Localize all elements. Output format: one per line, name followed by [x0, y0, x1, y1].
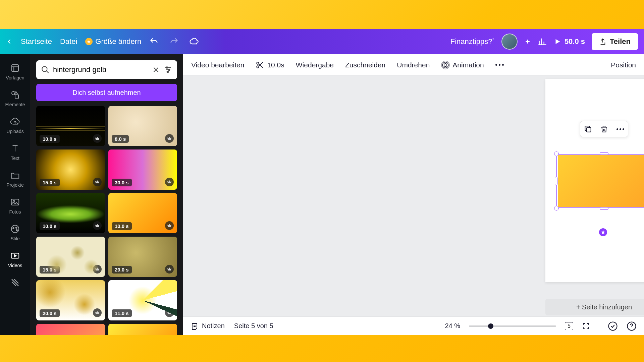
- duplicate-button[interactable]: [583, 124, 593, 134]
- svg-point-17: [443, 62, 448, 68]
- video-thumb[interactable]: 11.0 s: [108, 280, 177, 320]
- redo-icon[interactable]: [169, 37, 179, 46]
- thumb-duration: 15.0 s: [40, 266, 60, 274]
- svg-point-7: [16, 227, 17, 228]
- bottom-bar: Notizen Seite 5 von 5 24 % 5: [183, 316, 644, 335]
- notes-icon: [191, 322, 199, 330]
- crop-button[interactable]: Zuschneiden: [345, 61, 385, 69]
- rail-videos[interactable]: Videos: [0, 246, 30, 273]
- nav-rail: Vorlagen Elemente Uploads Text Projekte …: [0, 54, 30, 335]
- rail-styles[interactable]: Stile: [0, 219, 30, 246]
- crown-icon: [93, 221, 102, 230]
- video-thumb[interactable]: 10.0 s: [36, 106, 105, 146]
- thumb-duration: 8.0 s: [112, 135, 129, 143]
- notes-button[interactable]: Notizen: [191, 322, 225, 330]
- position-button[interactable]: Position: [611, 61, 636, 69]
- resize-handle-bottom[interactable]: [600, 207, 608, 210]
- back-chevron-icon[interactable]: [6, 38, 13, 45]
- separator: [599, 321, 599, 331]
- flip-button[interactable]: Umdrehen: [397, 61, 430, 69]
- selected-element[interactable]: [556, 154, 644, 208]
- filter-icon[interactable]: [164, 65, 172, 74]
- delete-button[interactable]: [599, 124, 609, 134]
- zoom-slider[interactable]: [469, 325, 556, 327]
- rail-templates[interactable]: Vorlagen: [0, 58, 30, 85]
- video-thumb[interactable]: 29.0 s: [108, 237, 177, 277]
- svg-point-5: [11, 225, 19, 233]
- resize-label: Größe ändern: [95, 37, 141, 46]
- resize-handle-bl[interactable]: [554, 206, 559, 210]
- svg-rect-19: [587, 128, 591, 132]
- page-indicator[interactable]: Seite 5 von 5: [234, 322, 273, 330]
- top-header: Startseite Datei Größe ändern Finanztipp…: [0, 29, 644, 54]
- playback-button[interactable]: Wiedergabe: [296, 61, 334, 69]
- resize-handle-top[interactable]: [600, 152, 608, 155]
- video-thumb[interactable]: 8.0 s: [108, 106, 177, 146]
- present-button[interactable]: 50.0 s: [554, 37, 585, 46]
- header-history-icons: [149, 37, 199, 46]
- home-link[interactable]: Startseite: [21, 37, 52, 46]
- video-thumb[interactable]: 10.0 s: [36, 193, 105, 233]
- video-thumb[interactable]: 15.0 s: [36, 149, 105, 190]
- resize-handle-left[interactable]: [555, 177, 557, 185]
- stage[interactable]: + Seite hinzufügen: [183, 76, 644, 316]
- clip-duration-label: 10.0s: [267, 61, 284, 69]
- rail-uploads[interactable]: Uploads: [0, 112, 30, 139]
- app-frame: Startseite Datei Größe ändern Finanztipp…: [0, 29, 644, 335]
- svg-point-12: [168, 69, 170, 70]
- insights-icon[interactable]: [538, 37, 547, 46]
- fullscreen-icon[interactable]: [582, 322, 590, 330]
- rail-photos-label: Fotos: [9, 209, 21, 215]
- rail-elements[interactable]: Elemente: [0, 85, 30, 112]
- rail-more[interactable]: [0, 273, 30, 292]
- side-panel: Dich selbst aufnehmen 10.0 s 8.0 s 15.0 …: [30, 54, 183, 335]
- animation-button[interactable]: Animation: [441, 61, 484, 69]
- project-name[interactable]: Finanztipps?`: [450, 37, 495, 46]
- video-thumb[interactable]: 15.0 s: [36, 237, 105, 277]
- svg-point-20: [609, 322, 617, 330]
- file-menu[interactable]: Datei: [60, 37, 77, 46]
- clip-duration-button[interactable]: 10.0s: [256, 61, 284, 69]
- undo-icon[interactable]: [149, 37, 159, 46]
- video-thumb[interactable]: 10.0 s: [108, 193, 177, 233]
- page-count-badge[interactable]: 5: [565, 322, 573, 330]
- rail-uploads-label: Uploads: [6, 129, 23, 134]
- video-thumb[interactable]: [108, 324, 177, 335]
- element-more-button[interactable]: [615, 124, 625, 134]
- share-button[interactable]: Teilen: [592, 33, 638, 50]
- crown-icon: [165, 178, 174, 186]
- resize-handle-tl[interactable]: [554, 152, 559, 156]
- video-results-grid: 10.0 s 8.0 s 15.0 s 30.0 s 10.0 s 10.0 s…: [36, 106, 177, 335]
- zoom-slider-knob[interactable]: [488, 323, 493, 329]
- crown-icon: [93, 134, 102, 143]
- canvas-area: Video bearbeiten 10.0s Wiedergabe Zuschn…: [183, 54, 644, 335]
- help-icon[interactable]: [627, 321, 637, 331]
- search-input[interactable]: [53, 65, 148, 74]
- thumb-duration: 10.0 s: [40, 222, 60, 230]
- thumb-duration: 30.0 s: [112, 179, 132, 186]
- video-thumb[interactable]: 30.0 s: [108, 149, 177, 190]
- rail-templates-label: Vorlagen: [6, 75, 24, 80]
- svg-point-13: [167, 71, 168, 72]
- checkmark-circle-icon[interactable]: [608, 321, 618, 331]
- video-thumb[interactable]: [36, 324, 105, 335]
- avatar[interactable]: [501, 34, 518, 50]
- rail-photos[interactable]: Fotos: [0, 192, 30, 219]
- record-yourself-button[interactable]: Dich selbst aufnehmen: [36, 84, 177, 101]
- rail-text-label: Text: [11, 156, 19, 161]
- crown-icon: [93, 178, 102, 186]
- animation-icon: [441, 61, 450, 69]
- rail-projects[interactable]: Projekte: [0, 166, 30, 192]
- edit-video-button[interactable]: Video bearbeiten: [191, 61, 244, 69]
- clear-search-icon[interactable]: [152, 65, 160, 74]
- rail-text[interactable]: Text: [0, 139, 30, 166]
- add-member-icon[interactable]: [524, 38, 531, 45]
- resize-button[interactable]: Größe ändern: [85, 37, 141, 46]
- more-options-button[interactable]: [495, 64, 506, 66]
- video-thumb[interactable]: 20.0 s: [36, 280, 105, 320]
- floating-element-toolbar: [580, 121, 628, 137]
- cloud-sync-icon[interactable]: [190, 37, 199, 46]
- collaborator-cursor: [598, 228, 608, 237]
- add-page-button[interactable]: + Seite hinzufügen: [545, 299, 644, 315]
- zoom-percent[interactable]: 24 %: [445, 322, 461, 330]
